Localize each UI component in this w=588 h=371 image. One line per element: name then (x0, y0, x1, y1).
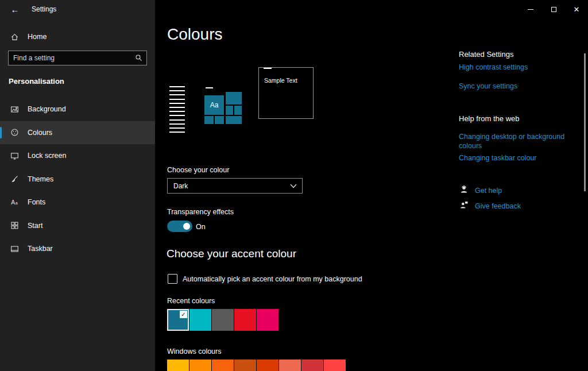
scrollbar-thumb[interactable] (584, 53, 586, 191)
windows-swatch-7[interactable] (301, 360, 323, 371)
theme-preview-aa-tile: Aa (204, 95, 224, 115)
sync-your-settings-link[interactable]: Sync your settings (459, 82, 517, 90)
recent-swatch-4[interactable] (234, 309, 256, 331)
theme-preview-tile (215, 116, 224, 124)
recent-swatch-1[interactable]: ✓ (167, 309, 189, 331)
toggle-knob (183, 223, 190, 230)
page-title: Colours (167, 25, 222, 44)
feedback-icon (459, 200, 469, 210)
colour-mode-value: Dark (173, 182, 188, 190)
theme-preview-list-lines (169, 86, 185, 136)
auto-accent-label: Automatically pick an accent colour from… (183, 275, 362, 283)
theme-preview-sample-window: Sample Text (258, 67, 314, 119)
sidebar-item-taskbar[interactable]: Taskbar (0, 237, 155, 261)
selected-check-icon: ✓ (180, 311, 187, 318)
sidebar-item-home[interactable]: Home (0, 28, 155, 46)
home-icon (10, 33, 19, 41)
recent-colours-label: Recent colours (167, 297, 215, 305)
windows-swatch-1[interactable] (167, 360, 189, 371)
search-box (8, 51, 147, 65)
windows-colours-label: Windows colours (167, 347, 221, 355)
sidebar-item-lock-screen[interactable]: Lock screen (0, 144, 155, 168)
windows-swatch-3[interactable] (212, 360, 234, 371)
taskbar-icon (10, 245, 19, 253)
recent-swatch-3[interactable] (212, 309, 234, 331)
sidebar-item-themes[interactable]: Themes (0, 168, 155, 191)
start-icon (10, 221, 19, 230)
sidebar-item-background[interactable]: Background (0, 98, 155, 121)
windows-swatch-2[interactable] (189, 360, 211, 371)
sidebar-section-heading: Personalisation (9, 77, 64, 86)
get-help-link[interactable]: Get help (475, 187, 502, 195)
sidebar-nav: Background Colours Lock screen Themes (0, 98, 155, 261)
sidebar-item-fonts[interactable]: A a Fonts (0, 191, 155, 214)
background-icon (10, 105, 19, 114)
back-icon: ← (11, 5, 20, 14)
high-contrast-settings-link[interactable]: High contrast settings (459, 63, 528, 71)
close-icon: ✕ (574, 5, 580, 14)
colour-mode-dropdown[interactable]: Dark (167, 178, 303, 194)
sidebar-item-label: Lock screen (28, 152, 66, 160)
transparency-toggle[interactable] (167, 221, 192, 232)
windows-swatch-6[interactable] (279, 360, 301, 371)
choose-colour-label: Choose your colour (167, 166, 229, 174)
windows-swatch-8[interactable] (324, 360, 346, 371)
svg-text:a: a (16, 201, 18, 205)
selection-pill (0, 127, 2, 138)
sidebar-item-label: Themes (28, 175, 53, 183)
changing-desktop-colours-link[interactable]: Changing desktop or background colours (459, 132, 569, 150)
lock-screen-icon (10, 152, 19, 160)
recent-swatch-2[interactable] (189, 309, 211, 331)
minimize-button[interactable] (519, 0, 542, 18)
toggle-state-label: On (196, 223, 206, 231)
changing-taskbar-colour-link[interactable]: Changing taskbar colour (459, 154, 537, 162)
theme-preview-tile (226, 106, 233, 115)
minimize-icon (528, 9, 533, 10)
sidebar-item-label: Background (28, 105, 66, 113)
chevron-down-icon (290, 184, 297, 188)
sidebar-item-label: Taskbar (28, 245, 53, 253)
theme-preview-start-tiles: Aa (204, 86, 242, 133)
sidebar-item-label: Start (28, 222, 42, 230)
themes-icon (10, 175, 19, 183)
auto-accent-checkbox[interactable] (168, 274, 177, 284)
search-input[interactable] (8, 51, 147, 65)
sample-text: Sample Text (264, 77, 297, 84)
colours-icon (10, 128, 19, 137)
maximize-icon (551, 7, 556, 12)
related-settings-heading: Related Settings (459, 50, 513, 59)
app-title: Settings (32, 5, 56, 13)
svg-text:A: A (11, 199, 15, 206)
sidebar-item-label: Fonts (28, 198, 45, 206)
window-controls: ✕ (519, 0, 588, 18)
theme-preview-tile (204, 116, 214, 124)
theme-preview-dash (206, 87, 213, 88)
sidebar-item-start[interactable]: Start (0, 214, 155, 238)
theme-preview-tile (226, 92, 242, 105)
maximize-button[interactable] (542, 0, 565, 18)
sidebar-item-colours[interactable]: Colours (0, 121, 155, 145)
windows-swatch-5[interactable] (257, 360, 278, 371)
theme-preview-tile (226, 116, 242, 124)
accent-colour-heading: Choose your accent colour (167, 248, 296, 260)
back-button[interactable]: ← (6, 1, 24, 17)
sidebar: ← Settings Home Personalisation Backgrou… (0, 0, 155, 371)
sidebar-item-label: Colours (28, 129, 52, 137)
close-button[interactable]: ✕ (565, 0, 588, 18)
search-icon[interactable] (135, 54, 143, 62)
recent-colours-row: ✓ (167, 309, 278, 331)
windows-swatch-4[interactable] (234, 360, 256, 371)
get-help-icon (459, 185, 469, 194)
theme-preview-window-dash (264, 68, 272, 69)
theme-preview-tile (234, 106, 242, 115)
windows-colours-row (167, 360, 346, 371)
home-label: Home (28, 33, 47, 41)
give-feedback-link[interactable]: Give feedback (475, 202, 521, 210)
help-from-web-heading: Help from the web (459, 114, 520, 123)
fonts-icon: A a (10, 198, 19, 207)
recent-swatch-5[interactable] (257, 309, 278, 331)
transparency-label: Transparency effects (167, 208, 234, 216)
theme-preview-aa-text: Aa (210, 101, 219, 109)
